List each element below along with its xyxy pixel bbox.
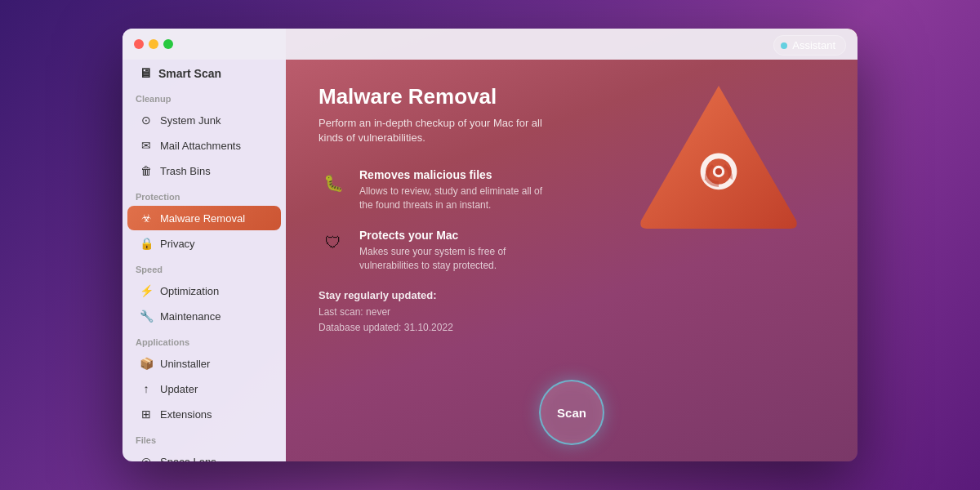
maximize-button[interactable] (163, 39, 173, 49)
feature-removes-desc: Allows to review, study and eliminate al… (359, 185, 555, 212)
assistant-button[interactable]: Assistant (773, 35, 846, 56)
section-label-files: Files (122, 427, 286, 448)
space-lens-label: Space Lens (160, 456, 216, 462)
maintenance-label: Maintenance (160, 310, 220, 323)
privacy-label: Privacy (160, 238, 195, 250)
traffic-lights (134, 39, 173, 49)
database-updated-info: Database updated: 31.10.2022 (318, 320, 825, 336)
feature-protects-desc: Makes sure your system is free of vulner… (359, 245, 555, 273)
malware-icon: ☣ (139, 211, 154, 225)
feature-removes-title: Removes malicious files (359, 168, 555, 181)
assistant-dot (781, 42, 787, 49)
privacy-icon: 🔒 (139, 236, 154, 251)
last-scan-info: Last scan: never (318, 305, 825, 320)
scan-button-container: Scan (286, 380, 858, 461)
sidebar-item-mail-attachments[interactable]: ✉ Mail Attachments (127, 133, 281, 158)
sidebar-item-privacy[interactable]: 🔒 Privacy (127, 231, 281, 256)
malware-removal-label: Malware Removal (160, 212, 245, 225)
close-button[interactable] (134, 39, 144, 49)
sidebar-item-extensions[interactable]: ⊞ Extensions (127, 402, 281, 426)
section-label-cleanup: Cleanup (122, 86, 286, 107)
section-label-speed: Speed (122, 256, 286, 278)
section-label-applications: Applications (122, 329, 286, 350)
shield-icon: 🛡 (318, 229, 348, 258)
sidebar-item-system-junk[interactable]: ⊙ System Junk (127, 108, 281, 132)
sidebar-item-trash-bins[interactable]: 🗑 Trash Bins (127, 158, 281, 183)
updater-label: Updater (160, 383, 198, 395)
stay-updated-section: Stay regularly updated: Last scan: never… (318, 289, 825, 336)
mail-icon: ✉ (139, 138, 154, 153)
main-content-area: Malware Removal Perform an in-depth chec… (286, 60, 858, 360)
assistant-label: Assistant (792, 39, 835, 51)
minimize-button[interactable] (149, 39, 158, 49)
sidebar-item-smart-scan[interactable]: 🖥 Smart Scan (127, 60, 281, 86)
feature-protects-mac: 🛡 Protects your Mac Makes sure your syst… (318, 229, 825, 273)
feature-removes-files: 🐛 Removes malicious files Allows to revi… (318, 168, 825, 212)
section-label-protection: Protection (122, 184, 286, 205)
uninstaller-label: Uninstaller (160, 358, 210, 370)
stay-updated-title: Stay regularly updated: (318, 289, 825, 301)
trash-bins-label: Trash Bins (160, 165, 211, 177)
trash-icon: 🗑 (139, 163, 154, 178)
system-junk-icon: ⊙ (139, 113, 154, 127)
titlebar (122, 29, 858, 60)
sidebar-item-malware-removal[interactable]: ☣ Malware Removal (127, 206, 281, 230)
page-title: Malware Removal (318, 84, 825, 109)
feature-removes-text: Removes malicious files Allows to review… (359, 168, 555, 212)
sidebar-item-optimization[interactable]: ⚡ Optimization (127, 278, 281, 303)
space-lens-icon: ◎ (139, 454, 154, 461)
feature-protects-title: Protects your Mac (359, 229, 555, 242)
updater-icon: ↑ (139, 381, 154, 396)
uninstaller-icon: 📦 (139, 356, 154, 371)
system-junk-label: System Junk (160, 114, 220, 127)
optimization-label: Optimization (160, 285, 219, 297)
maintenance-icon: 🔧 (139, 309, 154, 323)
sidebar: 🖥 Smart Scan Cleanup ⊙ System Junk ✉ Mai… (122, 29, 286, 461)
optimization-icon: ⚡ (139, 283, 154, 298)
smart-scan-icon: 🖥 (139, 66, 152, 81)
feature-protects-text: Protects your Mac Makes sure your system… (359, 229, 555, 273)
app-window: 🖥 Smart Scan Cleanup ⊙ System Junk ✉ Mai… (122, 29, 858, 461)
extensions-icon: ⊞ (139, 407, 154, 421)
sidebar-item-uninstaller[interactable]: 📦 Uninstaller (127, 351, 281, 376)
sidebar-item-updater[interactable]: ↑ Updater (127, 376, 281, 401)
smart-scan-label: Smart Scan (158, 67, 221, 80)
sidebar-item-maintenance[interactable]: 🔧 Maintenance (127, 304, 281, 328)
sidebar-item-space-lens[interactable]: ◎ Space Lens (127, 449, 281, 461)
mail-attachments-label: Mail Attachments (160, 140, 241, 152)
extensions-label: Extensions (160, 408, 212, 421)
scan-button[interactable]: Scan (539, 380, 604, 445)
main-panel: Assistant (286, 29, 858, 461)
page-subtitle: Perform an in-depth checkup of your Mac … (318, 116, 547, 145)
bug-icon: 🐛 (318, 168, 348, 198)
